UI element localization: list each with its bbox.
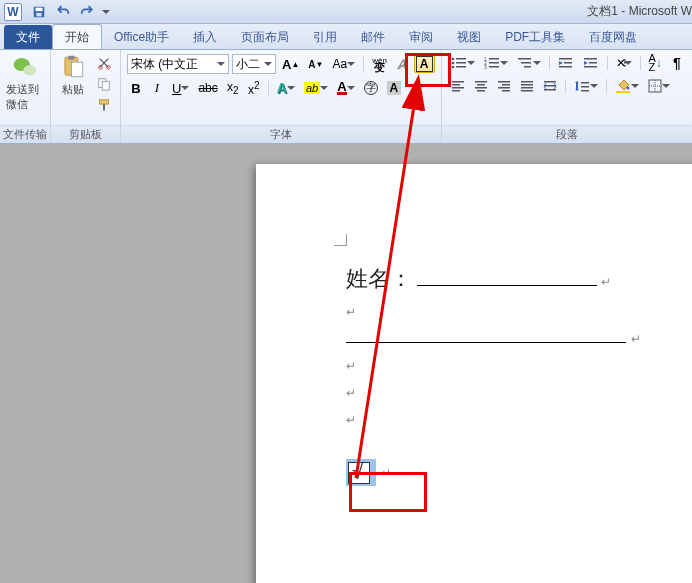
name-underline-field[interactable]	[417, 268, 597, 286]
svg-rect-26	[518, 58, 531, 60]
page[interactable]: 姓名： ↵ ↵ ↵ ↵ ↵ ↵ ↵	[256, 164, 692, 583]
svg-rect-51	[544, 81, 556, 83]
numbering-icon: 123	[484, 56, 500, 70]
multilevel-list-button[interactable]	[514, 54, 544, 72]
superscript-button[interactable]: x2	[245, 79, 263, 97]
text-effects-button[interactable]: A	[274, 79, 298, 97]
paragraph-checkbox[interactable]: ↵	[346, 459, 692, 486]
tab-office-assistant[interactable]: Office助手	[102, 25, 181, 49]
paragraph-empty[interactable]: ↵	[346, 408, 692, 429]
subscript-button[interactable]: x2	[224, 79, 242, 97]
paragraph-empty[interactable]: ↵	[346, 381, 692, 402]
svg-rect-13	[103, 104, 105, 110]
distributed-icon	[543, 79, 557, 93]
distributed-button[interactable]	[540, 77, 560, 95]
justify-button[interactable]	[517, 77, 537, 95]
enclosed-char-button[interactable]: 字	[361, 79, 381, 97]
svg-rect-39	[475, 81, 487, 83]
format-painter-button[interactable]	[94, 96, 114, 114]
sort-button[interactable]: AZ↓	[646, 54, 665, 72]
italic-button[interactable]: I	[148, 79, 166, 97]
font-color-button[interactable]: A	[334, 79, 357, 97]
tab-mailings[interactable]: 邮件	[349, 25, 397, 49]
shading-button[interactable]	[612, 77, 642, 95]
bullets-button[interactable]	[448, 54, 478, 72]
pinyin-guide-button[interactable]: wén变	[369, 55, 390, 73]
undo-button[interactable]	[54, 3, 72, 21]
svg-rect-42	[477, 90, 485, 92]
checkbox-selection[interactable]	[346, 459, 376, 486]
asian-layout-button[interactable]: ✕⁝	[613, 54, 635, 72]
tab-file[interactable]: 文件	[4, 25, 52, 49]
clipboard-icon	[60, 54, 86, 80]
indent-icon	[583, 56, 599, 70]
font-size-value: 小二	[236, 56, 260, 73]
group-clipboard: 粘贴 剪贴板	[51, 50, 121, 143]
change-case-button[interactable]: Aa	[329, 55, 358, 73]
character-border-button[interactable]: A	[414, 55, 435, 73]
decrease-indent-button[interactable]	[555, 54, 577, 72]
svg-rect-35	[452, 81, 464, 83]
svg-rect-40	[477, 84, 485, 86]
svg-rect-7	[71, 62, 82, 77]
svg-text:3: 3	[484, 64, 487, 70]
numbering-button[interactable]: 123	[481, 54, 511, 72]
svg-rect-55	[581, 86, 589, 88]
svg-rect-23	[489, 62, 499, 64]
underline-button[interactable]: U	[169, 79, 192, 97]
redo-button[interactable]	[78, 3, 96, 21]
show-marks-button[interactable]: ¶	[668, 54, 686, 72]
tab-references[interactable]: 引用	[301, 25, 349, 49]
font-size-selector[interactable]: 小二	[232, 54, 276, 74]
svg-rect-58	[616, 91, 630, 93]
tab-baidu-disk[interactable]: 百度网盘	[577, 25, 649, 49]
name-label: 姓名：	[346, 266, 412, 291]
paragraph-empty[interactable]: ↵	[346, 354, 692, 375]
align-left-button[interactable]	[448, 77, 468, 95]
tab-home[interactable]: 开始	[52, 24, 102, 49]
tab-page-layout[interactable]: 页面布局	[229, 25, 301, 49]
qat-dropdown-icon[interactable]	[102, 8, 110, 16]
align-center-button[interactable]	[471, 77, 491, 95]
document-area[interactable]: 姓名： ↵ ↵ ↵ ↵ ↵ ↵ ↵	[0, 144, 692, 583]
align-right-button[interactable]	[494, 77, 514, 95]
svg-rect-30	[564, 62, 572, 64]
font-name-value: 宋体 (中文正	[131, 56, 198, 73]
cut-button[interactable]	[94, 54, 114, 72]
svg-rect-49	[521, 87, 533, 89]
tab-pdf-tools[interactable]: PDF工具集	[493, 25, 577, 49]
grow-font-button[interactable]: A▲	[279, 55, 302, 73]
paragraph-empty[interactable]: ↵	[346, 300, 692, 321]
borders-button[interactable]	[645, 77, 673, 95]
svg-rect-29	[559, 58, 572, 60]
font-name-selector[interactable]: 宋体 (中文正	[127, 54, 229, 74]
tab-insert[interactable]: 插入	[181, 25, 229, 49]
increase-indent-button[interactable]	[580, 54, 602, 72]
svg-rect-56	[581, 90, 589, 92]
send-to-wechat-button[interactable]: 发送到微信	[6, 54, 44, 112]
bold-button[interactable]: B	[127, 79, 145, 97]
svg-rect-25	[489, 66, 499, 68]
paragraph-name-line[interactable]: 姓名： ↵	[346, 264, 692, 294]
highlight-button[interactable]: ab	[301, 79, 331, 97]
save-button[interactable]	[30, 3, 48, 21]
tab-review[interactable]: 审阅	[397, 25, 445, 49]
tab-view[interactable]: 视图	[445, 25, 493, 49]
shrink-font-button[interactable]: A▼	[305, 55, 326, 73]
paintbrush-icon	[97, 98, 111, 112]
line-spacing-button[interactable]	[571, 77, 601, 95]
paste-button[interactable]: 粘贴	[57, 54, 88, 97]
copy-button[interactable]	[94, 75, 114, 93]
paragraph-hr[interactable]: ↵	[346, 327, 692, 348]
clear-formatting-button[interactable]: A̷	[393, 55, 411, 73]
svg-rect-38	[452, 90, 460, 92]
char-shading-button[interactable]: A	[384, 79, 405, 97]
align-left-icon	[451, 79, 465, 93]
group-font: 宋体 (中文正 小二 A▲ A▼ Aa wén变 A̷ A	[121, 50, 442, 143]
strikethrough-button[interactable]: abc	[195, 79, 220, 97]
group-paragraph-label: 段落	[442, 125, 692, 143]
checkbox-bordered-char	[348, 462, 370, 484]
svg-rect-12	[100, 100, 109, 104]
svg-rect-19	[456, 66, 466, 68]
svg-point-16	[451, 62, 454, 65]
